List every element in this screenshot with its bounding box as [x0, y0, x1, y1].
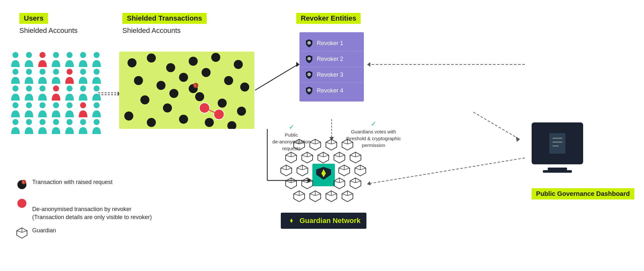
svg-line-74	[17, 231, 22, 232]
svg-marker-11	[367, 181, 371, 185]
svg-point-50	[308, 58, 310, 59]
svg-point-54	[308, 90, 310, 91]
governance-monitor	[532, 122, 583, 164]
svg-point-18	[128, 58, 137, 67]
svg-point-37	[179, 115, 188, 124]
svg-point-29	[147, 118, 156, 127]
revoker-item-1: Revoker 1	[299, 35, 364, 51]
revoker-box: Revoker 1 Revoker 2 Revoker 3	[299, 32, 364, 102]
svg-point-48	[308, 42, 310, 44]
svg-point-39	[227, 121, 236, 129]
revoker-item-3: Revoker 3	[299, 67, 364, 82]
guardian-svg	[280, 139, 367, 209]
shielded-subtitle: Shielded Accounts	[122, 26, 207, 35]
revoker-section: Revoker Entities	[296, 13, 361, 24]
svg-line-75	[22, 231, 27, 232]
legend-item-raised: ! Transaction with raised request	[16, 178, 152, 192]
legend: ! Transaction with raised request De-ano…	[16, 178, 152, 245]
svg-point-35	[218, 99, 227, 108]
guardian-label-box: Guardian Network	[281, 213, 366, 229]
svg-marker-9	[367, 62, 370, 67]
svg-marker-4	[296, 62, 299, 67]
svg-point-42	[193, 83, 198, 88]
svg-line-10	[369, 158, 525, 184]
deanon-icon	[16, 198, 28, 210]
shielded-section: Shielded Transactions Shielded Accounts	[122, 13, 207, 35]
svg-point-69	[22, 180, 26, 184]
revoker-item-4: Revoker 4	[299, 82, 364, 98]
users-label: Users	[19, 13, 48, 24]
people-grid	[10, 52, 103, 135]
dots-svg: !	[119, 52, 254, 129]
svg-point-20	[166, 63, 175, 72]
raised-request-icon: !	[16, 179, 28, 192]
svg-point-30	[179, 73, 188, 82]
legend-item-deanon: De-anonymised transaction by revoker (Tr…	[16, 197, 152, 221]
users-section: Users Shielded Accounts	[19, 13, 78, 35]
revoker-item-2: Revoker 2	[299, 51, 364, 67]
svg-point-33	[240, 82, 249, 92]
svg-point-40	[169, 89, 178, 98]
svg-point-22	[211, 53, 220, 62]
svg-marker-15	[516, 137, 520, 142]
svg-point-28	[124, 111, 133, 121]
guardian-cube-icon	[16, 227, 28, 240]
guardian-text: Guardian	[32, 227, 56, 235]
raised-request-text: Transaction with raised request	[32, 178, 112, 186]
users-subtitle: Shielded Accounts	[19, 26, 78, 35]
guardian-network: Guardian Network	[280, 139, 367, 229]
shield-icon-1	[305, 39, 314, 48]
svg-point-34	[195, 92, 204, 101]
shield-icon-2	[305, 54, 314, 63]
svg-point-27	[163, 103, 172, 112]
svg-rect-64	[549, 133, 565, 154]
svg-point-32	[224, 76, 233, 85]
svg-point-24	[134, 76, 143, 85]
svg-text:!: !	[194, 84, 195, 88]
svg-line-14	[473, 112, 518, 139]
svg-point-19	[147, 53, 156, 63]
governance-label: Public Governance Dashboard	[532, 188, 634, 199]
svg-point-31	[202, 68, 211, 77]
svg-point-36	[237, 107, 246, 116]
deanon-text: De-anonymised transaction by revoker (Tr…	[32, 197, 152, 221]
svg-point-26	[140, 95, 149, 104]
shield-icon-3	[305, 70, 314, 79]
shield-icon-4	[305, 86, 314, 95]
svg-point-21	[189, 57, 198, 66]
shielded-label: Shielded Transactions	[122, 13, 207, 24]
legend-item-guardian: Guardian	[16, 227, 152, 240]
svg-point-52	[308, 74, 310, 75]
svg-line-3	[255, 64, 298, 90]
revoker-label: Revoker Entities	[296, 13, 361, 24]
svg-point-38	[205, 118, 214, 127]
governance-box: Public Governance Dashboard	[532, 122, 634, 199]
dotted-area: !	[119, 52, 254, 129]
guardian-label-text: Guardian Network	[299, 217, 360, 225]
svg-point-23	[234, 60, 243, 69]
svg-point-25	[156, 81, 166, 90]
monitor-icon	[545, 131, 570, 156]
svg-text:!: !	[23, 181, 24, 184]
guardian-shield-icon	[287, 216, 296, 226]
svg-point-71	[17, 199, 26, 208]
people-svg	[10, 52, 103, 137]
diagram-container: Users Shielded Accounts	[0, 0, 644, 271]
